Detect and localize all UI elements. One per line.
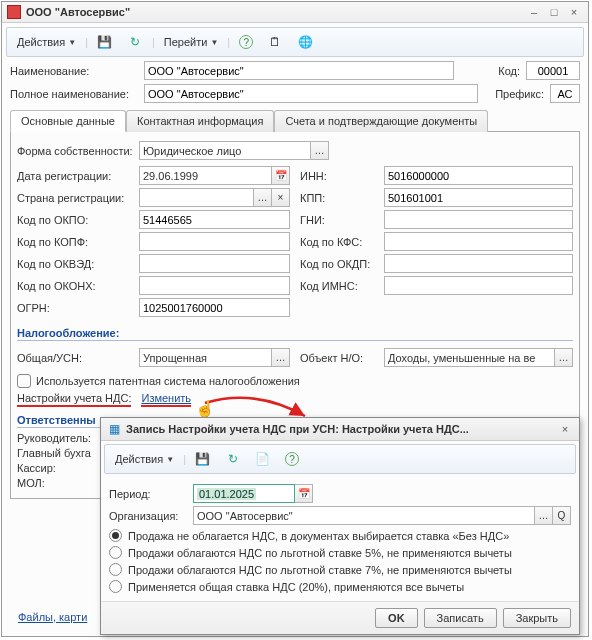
help-icon[interactable]: ?	[234, 32, 258, 52]
actions-label: Действия	[17, 36, 65, 48]
kfs-input[interactable]	[384, 232, 573, 251]
vat-option-3-radio[interactable]	[109, 563, 122, 576]
tax-object-label: Объект Н/О:	[300, 352, 380, 364]
tabs: Основные данные Контактная информация Сч…	[10, 109, 580, 132]
vat-option-4-radio[interactable]	[109, 580, 122, 593]
vat-option-1-radio[interactable]	[109, 529, 122, 542]
inn-input[interactable]	[384, 166, 573, 185]
general-usn-input[interactable]: Упрощенная	[139, 348, 272, 367]
period-input[interactable]: 01.01.2025	[193, 484, 295, 503]
refresh-icon[interactable]: ↻	[122, 31, 148, 53]
dialog-close-button[interactable]: Закрыть	[503, 608, 571, 628]
country-input[interactable]	[139, 188, 254, 207]
okonh-input[interactable]	[139, 276, 290, 295]
dialog-actions-menu[interactable]: Действия▼	[110, 450, 179, 468]
dialog-save-icon[interactable]: 💾	[190, 448, 216, 470]
dialog-title: Запись Настройки учета НДС при УСН: Наст…	[126, 423, 556, 435]
dialog-help-icon[interactable]: ?	[280, 449, 304, 469]
actions-menu[interactable]: Действия▼	[12, 33, 81, 51]
dialog-save-button[interactable]: Записать	[424, 608, 497, 628]
ownership-label: Форма собственности:	[17, 145, 135, 157]
dialog-close-icon[interactable]: ×	[556, 422, 574, 436]
code-label: Код:	[468, 65, 520, 77]
maximize-icon[interactable]: □	[545, 5, 563, 19]
code-input[interactable]	[526, 61, 580, 80]
country-label: Страна регистрации:	[17, 192, 135, 204]
tab-main[interactable]: Основные данные	[10, 110, 126, 132]
dialog-refresh-icon[interactable]: ↻	[220, 448, 246, 470]
dialog-actions-label: Действия	[115, 453, 163, 465]
chevron-down-icon: ▼	[68, 38, 76, 47]
tax-object-value: Доходы, уменьшенные на ве	[388, 352, 535, 364]
okdp-input[interactable]	[384, 254, 573, 273]
ogrn-label: ОГРН:	[17, 302, 135, 314]
org-select-button[interactable]: …	[535, 506, 553, 525]
okpo-input[interactable]	[139, 210, 290, 229]
vat-option-2-radio[interactable]	[109, 546, 122, 559]
dialog-icon: ▦	[106, 421, 122, 437]
org-open-button[interactable]: Q	[553, 506, 571, 525]
prefix-input[interactable]	[550, 84, 580, 103]
tax-section-header: Налогообложение:	[17, 324, 573, 341]
okved-input[interactable]	[139, 254, 290, 273]
chevron-down-icon: ▼	[166, 455, 174, 464]
ownership-value: Юридическое лицо	[143, 145, 241, 157]
imns-label: Код ИМНС:	[300, 280, 380, 292]
close-icon[interactable]: ×	[565, 5, 583, 19]
gni-label: ГНИ:	[300, 214, 380, 226]
general-usn-label: Общая/УСН:	[17, 352, 135, 364]
change-vat-link[interactable]: Изменить	[141, 392, 191, 407]
kfs-label: Код по КФС:	[300, 236, 380, 248]
country-select-button[interactable]: …	[254, 188, 272, 207]
inn-label: ИНН:	[300, 170, 380, 182]
fullname-input[interactable]	[144, 84, 478, 103]
ownership-select-button[interactable]: …	[311, 141, 329, 160]
regdate-calendar-button[interactable]: 📅	[272, 166, 290, 185]
country-clear-button[interactable]: ×	[272, 188, 290, 207]
okved-label: Код по ОКВЭД:	[17, 258, 135, 270]
period-value: 01.01.2025	[197, 488, 256, 500]
save-icon[interactable]: 💾	[92, 31, 118, 53]
globe-icon[interactable]: 🌐	[292, 31, 318, 53]
period-calendar-button[interactable]: 📅	[295, 484, 313, 503]
dialog-copy-icon[interactable]: 📄	[250, 448, 276, 470]
minimize-icon[interactable]: –	[525, 5, 543, 19]
period-label: Период:	[109, 488, 189, 500]
ownership-input[interactable]: Юридическое лицо	[139, 141, 311, 160]
okopf-input[interactable]	[139, 232, 290, 251]
general-usn-value: Упрощенная	[143, 352, 207, 364]
tax-object-input[interactable]: Доходы, уменьшенные на ве	[384, 348, 555, 367]
tab-accounts[interactable]: Счета и подтверждающие документы	[274, 110, 488, 132]
vat-option-2-label: Продажи облагаются НДС по льготной ставк…	[128, 547, 512, 559]
general-usn-select-button[interactable]: …	[272, 348, 290, 367]
regdate-input[interactable]: 29.06.1999	[139, 166, 272, 185]
org-label: Организация:	[109, 510, 189, 522]
dialog-ok-button[interactable]: OK	[375, 608, 418, 628]
kpp-label: КПП:	[300, 192, 380, 204]
app-icon	[7, 5, 21, 19]
ogrn-input[interactable]	[139, 298, 290, 317]
titlebar: ООО "Автосервис" – □ ×	[2, 2, 588, 23]
dialog-toolbar: Действия▼ | 💾 ↻ 📄 ?	[104, 444, 576, 474]
main-toolbar: Действия▼ | 💾 ↻ | Перейти▼ | ? 🗒 🌐	[6, 27, 584, 57]
okdp-label: Код по ОКДП:	[300, 258, 380, 270]
go-menu[interactable]: Перейти▼	[159, 33, 224, 51]
regdate-label: Дата регистрации:	[17, 170, 135, 182]
gni-input[interactable]	[384, 210, 573, 229]
patent-checkbox[interactable]	[17, 374, 31, 388]
tab-contact[interactable]: Контактная информация	[126, 110, 274, 132]
vat-option-1-label: Продажа не облагается НДС, в документах …	[128, 530, 509, 542]
vat-option-4-label: Применяется общая ставка НДС (20%), прим…	[128, 581, 464, 593]
go-label: Перейти	[164, 36, 208, 48]
kpp-input[interactable]	[384, 188, 573, 207]
okopf-label: Код по КОПФ:	[17, 236, 135, 248]
tax-object-select-button[interactable]: …	[555, 348, 573, 367]
book-icon[interactable]: 🗒	[262, 31, 288, 53]
org-input[interactable]: ООО "Автосервис"	[193, 506, 535, 525]
name-label: Наименование:	[10, 65, 138, 77]
imns-input[interactable]	[384, 276, 573, 295]
files-link[interactable]: Файлы, карти	[18, 611, 87, 623]
name-input[interactable]	[144, 61, 454, 80]
okonh-label: Код по ОКОНХ:	[17, 280, 135, 292]
org-value: ООО "Автосервис"	[197, 510, 293, 522]
